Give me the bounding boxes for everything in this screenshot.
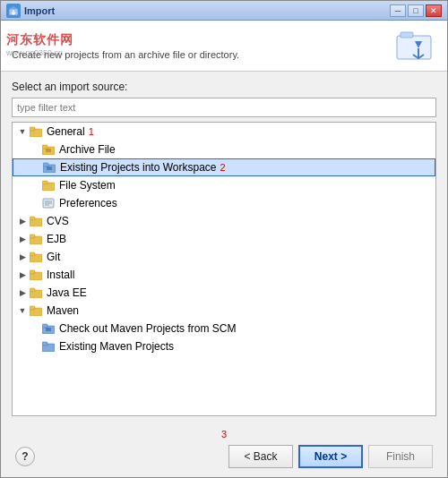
tree-item-general[interactable]: ▼ General 1	[13, 123, 435, 141]
folder-icon-filesystem	[41, 179, 56, 192]
install-label: Install	[47, 269, 74, 281]
dialog-content: Select an import source: ▼ General 1	[1, 72, 447, 423]
svg-rect-14	[43, 163, 48, 166]
archive-label: Archive File	[59, 143, 116, 156]
preferences-label: Preferences	[59, 197, 117, 209]
maximize-button[interactable]: □	[408, 4, 424, 17]
import-header-icon	[395, 29, 435, 63]
watermark-line2: www.pc0359.cn	[6, 48, 175, 57]
expand-icon-install: ▶	[16, 269, 29, 281]
section-label: Select an import source:	[12, 81, 436, 93]
window-title: Import	[24, 5, 55, 16]
svg-rect-24	[30, 217, 35, 220]
svg-rect-30	[30, 270, 35, 274]
checkout-maven-label: Check out Maven Projects from SCM	[59, 322, 236, 335]
tree-item-install[interactable]: ▶ Install	[13, 266, 435, 284]
minimize-button[interactable]: ─	[390, 4, 406, 17]
folder-icon-existing	[42, 161, 56, 174]
general-label: General	[47, 125, 85, 138]
tree-item-cvs[interactable]: ▶ CVS	[13, 212, 435, 230]
folder-icon-cvs	[29, 215, 43, 227]
help-button[interactable]: ?	[15, 447, 35, 466]
tree-item-existing-projects[interactable]: Existing Projects into Workspace 2	[13, 158, 435, 176]
finish-button[interactable]: Finish	[368, 445, 433, 468]
tree-item-ejb[interactable]: ▶ EJB	[13, 230, 435, 248]
svg-rect-4	[401, 32, 413, 38]
folder-icon-javaee	[29, 286, 43, 299]
svg-rect-26	[30, 235, 35, 238]
expand-icon-git: ▶	[16, 251, 29, 263]
folder-icon-checkout-maven	[41, 322, 56, 335]
step-number: 3	[221, 429, 227, 440]
folder-icon-git	[29, 251, 43, 263]
expand-icon-general: ▼	[16, 125, 29, 138]
existing-maven-label: Existing Maven Projects	[59, 340, 174, 353]
close-button[interactable]: ✕	[426, 4, 442, 17]
tree-item-preferences[interactable]: Preferences	[13, 194, 435, 212]
svg-rect-36	[42, 324, 47, 328]
svg-rect-8	[30, 127, 35, 131]
app-icon	[6, 4, 21, 18]
filesystem-label: File System	[59, 179, 116, 192]
window-controls: ─ □ ✕	[390, 4, 442, 17]
svg-marker-1	[9, 6, 18, 9]
filter-input[interactable]	[12, 98, 436, 117]
tree-item-maven[interactable]: ▼ Maven	[13, 302, 435, 320]
header-icon-area	[393, 28, 436, 64]
svg-rect-34	[30, 306, 35, 310]
maven-label: Maven	[47, 304, 79, 317]
dialog-header: 河东软件网 www.pc0359.cn Create new projects …	[1, 21, 447, 72]
title-bar: Import ─ □ ✕	[1, 1, 447, 21]
folder-icon-existing-maven	[41, 340, 56, 353]
tree-item-javaee[interactable]: ▶ Java EE	[13, 284, 435, 302]
tree-item-git[interactable]: ▶ Git	[13, 248, 435, 266]
svg-rect-10	[42, 145, 47, 149]
expand-icon-cvs: ▶	[16, 215, 29, 227]
svg-rect-32	[30, 288, 35, 292]
cvs-label: CVS	[47, 215, 69, 227]
tree-item-filesystem[interactable]: File System	[13, 176, 435, 194]
tree-item-checkout-maven[interactable]: Check out Maven Projects from SCM	[13, 320, 435, 337]
watermark-line1: 河东软件网	[6, 32, 175, 48]
back-button[interactable]: < Back	[228, 445, 293, 468]
svg-rect-40	[42, 342, 47, 346]
ejb-label: EJB	[47, 233, 66, 245]
title-bar-left: Import	[6, 4, 55, 18]
expand-icon-ejb: ▶	[16, 233, 29, 245]
dialog-footer: 3 ? < Back Next > Finish	[1, 423, 447, 477]
expand-icon-maven: ▼	[16, 304, 29, 317]
svg-rect-18	[42, 181, 47, 184]
git-label: Git	[47, 251, 60, 263]
folder-icon-install	[29, 269, 43, 281]
existing-projects-badge: 2	[220, 162, 226, 173]
javaee-label: Java EE	[47, 286, 87, 299]
import-dialog: Import ─ □ ✕ 河东软件网 www.pc0359.cn Create …	[0, 0, 448, 478]
tree-item-archive[interactable]: Archive File	[13, 141, 435, 158]
tree-item-existing-maven[interactable]: Existing Maven Projects	[13, 337, 435, 355]
expand-icon-javaee: ▶	[16, 286, 29, 299]
svg-rect-28	[30, 252, 35, 256]
step-indicator: 3	[221, 429, 227, 440]
folder-icon-maven	[29, 304, 43, 317]
folder-icon-ejb	[29, 233, 43, 245]
button-row: ? < Back Next > Finish	[12, 445, 436, 468]
existing-projects-label: Existing Projects into Workspace	[60, 161, 217, 174]
folder-icon-archive	[41, 143, 56, 156]
next-button[interactable]: Next >	[298, 445, 363, 468]
folder-icon-general	[29, 125, 43, 138]
pref-icon	[41, 197, 56, 209]
general-badge: 1	[89, 126, 94, 137]
source-tree: ▼ General 1	[12, 122, 436, 416]
